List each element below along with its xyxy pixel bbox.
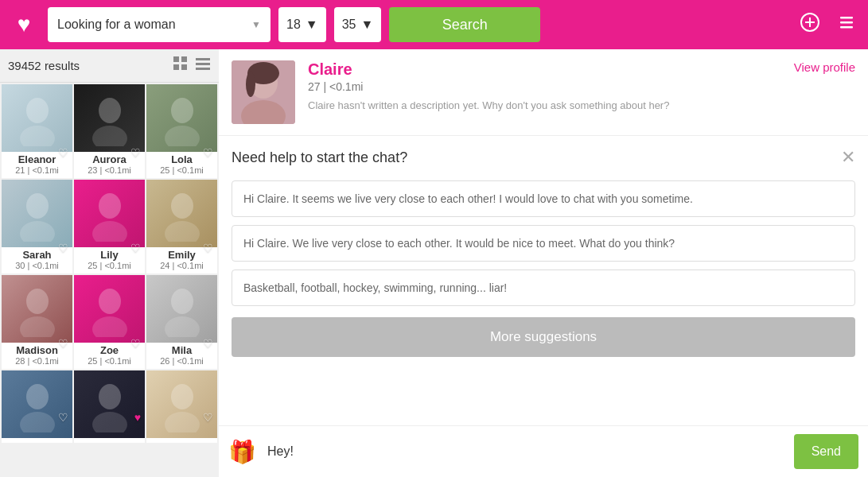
gender-filter-label: Looking for a woman <box>57 17 176 32</box>
heart-icon[interactable]: ♡ <box>203 411 213 424</box>
svg-point-21 <box>99 193 121 219</box>
profile-age: 21 | <0.1mi <box>5 165 69 175</box>
svg-point-29 <box>171 289 193 314</box>
svg-rect-3 <box>840 17 853 19</box>
active-profile-name: Claire <box>308 60 781 79</box>
profile-card[interactable]: ♡Mila26 | <0.1mi <box>146 275 217 369</box>
profile-age: 25 | <0.1mi <box>150 165 214 175</box>
view-profile-button[interactable]: View profile <box>794 60 855 74</box>
gift-icon[interactable]: 🎁 <box>228 439 256 465</box>
svg-point-26 <box>20 316 55 337</box>
profile-age: 24 | <0.1mi <box>150 261 214 270</box>
chat-input[interactable] <box>264 441 786 462</box>
menu-icon[interactable] <box>833 9 860 41</box>
age-max-dropdown[interactable]: 35 ▼ <box>334 7 382 42</box>
active-profile-age: 27 | <0.1mi <box>308 80 781 93</box>
svg-point-35 <box>171 384 193 409</box>
active-profile-details: Claire 27 | <0.1mi Claire hasn't written… <box>308 60 781 111</box>
svg-point-17 <box>171 98 193 123</box>
svg-rect-9 <box>181 64 187 70</box>
svg-point-18 <box>165 126 200 146</box>
profile-card[interactable]: ♡Emily24 | <0.1mi <box>146 180 217 273</box>
profile-card[interactable]: ♡ <box>2 370 72 443</box>
svg-rect-8 <box>173 64 179 70</box>
results-count: 39452 results <box>8 59 80 72</box>
heart-icon[interactable]: ♡ <box>130 337 141 350</box>
svg-rect-6 <box>173 56 179 62</box>
heart-icon[interactable]: ♡ <box>130 242 141 254</box>
svg-point-27 <box>99 289 121 314</box>
profile-age: 23 | <0.1mi <box>77 165 142 175</box>
list-view-icon[interactable] <box>195 56 211 76</box>
svg-point-25 <box>26 289 49 314</box>
more-suggestions-button[interactable]: More suggestions <box>232 317 855 357</box>
right-panel: Claire 27 | <0.1mi Claire hasn't written… <box>219 49 868 477</box>
svg-rect-5 <box>840 26 853 29</box>
suggestion-item[interactable]: Basketball, football, hockey, swimming, … <box>232 270 855 306</box>
search-button[interactable]: Search <box>389 7 540 42</box>
profile-card[interactable]: ♥ <box>74 370 145 443</box>
svg-rect-7 <box>181 56 187 62</box>
app-header: ♥ Looking for a woman ▼ 18 ▼ 35 ▼ Search <box>0 0 868 49</box>
chat-help-section: Need help to start the chat? ✕ Hi Claire… <box>219 136 868 425</box>
grid-view-icon[interactable] <box>173 56 189 76</box>
svg-point-30 <box>165 316 200 337</box>
profile-card[interactable]: ♡Zoe25 | <0.1mi <box>74 275 145 369</box>
profile-card[interactable]: ♡ <box>146 370 217 443</box>
profile-age: 25 | <0.1mi <box>77 261 142 270</box>
close-button[interactable]: ✕ <box>841 147 855 168</box>
svg-point-20 <box>20 221 55 242</box>
svg-point-31 <box>26 384 49 409</box>
svg-point-24 <box>165 221 200 242</box>
heart-icon[interactable]: ♡ <box>58 146 68 159</box>
svg-point-32 <box>20 412 55 432</box>
heart-icon[interactable]: ♡ <box>58 337 68 350</box>
suggestion-item[interactable]: Hi Claire. It seems we live very close t… <box>232 180 855 217</box>
svg-point-14 <box>20 126 55 146</box>
svg-rect-11 <box>196 63 210 65</box>
heart-icon[interactable]: ♡ <box>203 242 213 254</box>
left-panel: 39452 results <box>0 49 219 477</box>
svg-point-34 <box>92 412 127 432</box>
profiles-grid: ♡Eleanor21 | <0.1mi ♡Aurora23 | <0.1mi ♡… <box>0 83 219 444</box>
heart-icon[interactable]: ♡ <box>58 411 68 424</box>
svg-rect-4 <box>840 21 853 24</box>
suggestion-item[interactable]: Hi Claire. We live very close to each ot… <box>232 225 855 262</box>
svg-point-16 <box>92 126 127 146</box>
gender-filter-dropdown[interactable]: Looking for a woman ▼ <box>48 7 271 42</box>
svg-point-33 <box>99 384 121 409</box>
svg-point-13 <box>26 98 49 123</box>
chevron-down-icon: ▼ <box>306 17 318 32</box>
profile-age: 28 | <0.1mi <box>5 356 69 366</box>
heart-icon[interactable]: ♡ <box>203 337 213 350</box>
heart-icon[interactable]: ♡ <box>203 146 213 159</box>
active-profile-header: Claire 27 | <0.1mi Claire hasn't written… <box>219 49 868 136</box>
profile-card[interactable]: ♡Eleanor21 | <0.1mi <box>2 84 72 178</box>
profile-age: 30 | <0.1mi <box>5 261 69 270</box>
profile-card[interactable]: ♡Aurora23 | <0.1mi <box>74 84 145 178</box>
profile-card[interactable]: ♡Lola25 | <0.1mi <box>146 84 217 178</box>
profile-card[interactable]: ♡Madison28 | <0.1mi <box>2 275 72 369</box>
svg-point-15 <box>99 98 121 123</box>
heart-icon[interactable]: ♥ <box>134 411 141 424</box>
svg-point-36 <box>165 412 200 432</box>
age-min-dropdown[interactable]: 18 ▼ <box>278 7 326 42</box>
active-profile-avatar <box>232 60 295 124</box>
heart-logo-icon: ♥ <box>8 12 40 37</box>
svg-rect-10 <box>196 58 210 60</box>
chevron-down-icon: ▼ <box>251 19 261 30</box>
chat-input-area: 🎁 Send <box>219 425 868 477</box>
chat-help-title: Need help to start the chat? <box>232 149 407 166</box>
chevron-down-icon: ▼ <box>360 17 373 32</box>
active-profile-description: Claire hasn't written a description yet.… <box>308 99 781 111</box>
results-bar: 39452 results <box>0 49 219 83</box>
svg-point-22 <box>92 221 127 242</box>
advanced-search-icon[interactable] <box>795 7 825 42</box>
heart-icon[interactable]: ♡ <box>130 146 141 159</box>
heart-icon[interactable]: ♡ <box>58 242 68 254</box>
profile-card[interactable]: ♡Sarah30 | <0.1mi <box>2 180 72 273</box>
send-button[interactable]: Send <box>794 434 858 469</box>
profile-card[interactable]: ♡Lily25 | <0.1mi <box>74 180 145 273</box>
svg-rect-12 <box>196 68 210 70</box>
main-content: 39452 results <box>0 49 868 477</box>
